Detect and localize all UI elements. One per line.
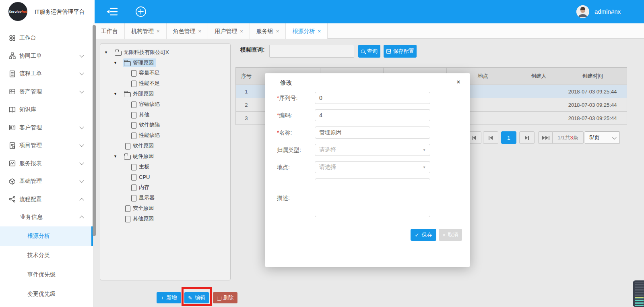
tab-close-icon[interactable]: × (157, 28, 160, 34)
code-input[interactable] (315, 109, 430, 121)
current-page-button[interactable]: 1 (501, 131, 516, 144)
tree-node[interactable]: ▼ 其他原因 (100, 214, 230, 224)
next-page-icon (525, 136, 528, 140)
caret-down-icon[interactable]: ▼ (114, 92, 123, 96)
tree-node-icon (130, 112, 139, 118)
tab-root-cause-analysis[interactable]: 根源分析× (286, 23, 328, 39)
menu-fold-icon[interactable] (107, 7, 118, 17)
sidebar-item-process-orders[interactable]: 流程工单 (0, 65, 93, 83)
next-page-button[interactable] (519, 131, 535, 144)
tree-node[interactable]: ▼ 内存 (100, 182, 230, 193)
sidebar-item-collab-orders[interactable]: 协同工单 (0, 47, 93, 65)
edit-button[interactable]: ✎ 编辑 (184, 292, 209, 303)
tree-node-content[interactable]: 硬件原因 (123, 152, 156, 161)
last-page-button[interactable] (538, 131, 553, 144)
modal-cancel-label: 取消 (448, 231, 458, 239)
sidebar-item-workbench[interactable]: 工作台 (0, 29, 93, 47)
sidebar-item-tech-category[interactable]: 技术分类 (0, 246, 93, 265)
sidebar-item-asset-management[interactable]: 资产管理 (0, 83, 93, 101)
tree-node[interactable]: ▼ 无限科技有限公司X (100, 47, 230, 58)
tree-node[interactable]: ▼ 显示器 (100, 193, 230, 203)
tree-node-content[interactable]: 显示器 (129, 193, 157, 202)
add-button[interactable]: + 新增 (157, 292, 181, 303)
delete-button[interactable]: 删除 (213, 292, 237, 303)
tab-close-icon[interactable]: × (198, 28, 202, 34)
sidebar-item-basic-management[interactable]: 基础管理 (0, 172, 93, 191)
add-tab-icon[interactable] (135, 6, 147, 17)
sidebar-item-change-priority[interactable]: 变更优先级 (0, 284, 93, 304)
sidebar-item-process-config[interactable]: 流程配置 (0, 191, 93, 209)
tree-node-content[interactable]: 管理原因 (123, 58, 156, 67)
tab-user-management[interactable]: 用户管理× (208, 23, 250, 39)
search-button[interactable]: 查询 (358, 45, 380, 58)
sidebar-item-service-reports[interactable]: 服务报表 (0, 155, 93, 173)
user-avatar[interactable] (576, 5, 589, 18)
caret-down-icon[interactable]: ▼ (104, 50, 114, 54)
tree-node-content[interactable]: 容量不足 (129, 68, 162, 77)
tab-close-icon[interactable]: × (276, 28, 279, 34)
tree-node-content[interactable]: 外部原因 (123, 89, 156, 98)
tree-node[interactable]: ▼ 软件原因 (100, 141, 230, 151)
name-input[interactable] (315, 127, 430, 139)
tree-node[interactable]: ▼ CPU (100, 172, 230, 183)
tree-node[interactable]: ▼ 性能缺陷 (100, 130, 230, 141)
tab-workbench[interactable]: 工作台 (95, 23, 125, 39)
tab-org-management[interactable]: 机构管理× (125, 23, 167, 39)
modal-cancel-button[interactable]: × 取消 (439, 229, 462, 241)
tree-node-content[interactable]: 安全原因 (123, 204, 156, 213)
tree-node-content[interactable]: 性能不足 (129, 79, 162, 88)
sidebar-item-business-info[interactable]: 业务信息 (0, 208, 93, 226)
tree-node-content[interactable]: 内存 (129, 183, 152, 192)
tree-node[interactable]: ▼ 容量不足 (100, 68, 230, 79)
tree-node[interactable]: ▼ 外部原因 (100, 89, 230, 99)
close-icon[interactable]: × (456, 78, 460, 86)
sidebar-item-knowledge-base[interactable]: 知识库 (0, 101, 93, 119)
tree-node-content[interactable]: 其他 (129, 110, 152, 119)
location-label: 地点: (277, 164, 290, 170)
sidebar-item-incident-priority[interactable]: 事件优先级 (0, 265, 93, 284)
sidebar-item-root-cause-analysis[interactable]: 根源分析 (0, 226, 93, 246)
tree-node[interactable]: ▼ 硬件原因 (100, 151, 230, 162)
caret-down-icon[interactable]: ▼ (114, 61, 123, 65)
sidebar-item-label: 事件优先级 (27, 271, 56, 278)
username[interactable]: admin#nx (594, 0, 621, 23)
tree-node-content[interactable]: CPU (129, 173, 152, 181)
tree-node-icon (130, 80, 139, 87)
tree-node-content[interactable]: 软件缺陷 (129, 120, 162, 129)
tree-node-content[interactable]: 无限科技有限公司X (114, 48, 171, 57)
prev-page-button[interactable] (483, 131, 498, 144)
field-label: 序列号: (279, 95, 297, 101)
tree-node-icon (124, 143, 133, 149)
tree-node-content[interactable]: 软件原因 (123, 141, 156, 150)
tree-node[interactable]: ▼ 性能不足 (100, 78, 230, 89)
modal-save-button[interactable]: ✓ 保存 (411, 229, 436, 241)
summary-suffix: 条 (573, 134, 578, 141)
sidebar-item-project-management[interactable]: 项目管理 (0, 137, 93, 155)
tree-node[interactable]: ▼ 管理原因 (100, 58, 230, 68)
tree-node-content[interactable]: 主板 (129, 162, 152, 171)
description-textarea[interactable] (315, 178, 430, 217)
sidebar-scrollbar[interactable] (93, 25, 96, 236)
trash-icon (217, 296, 221, 300)
tab-role-management[interactable]: 角色管理× (167, 23, 208, 39)
sidebar-item-customer-management[interactable]: 客户管理 (0, 119, 93, 137)
page-size-select[interactable]: 5/页 (585, 131, 620, 144)
tree-node[interactable]: ▼ 安全原因 (100, 203, 230, 214)
tree-node-content[interactable]: 容错缺陷 (129, 100, 162, 109)
location-select[interactable]: 请选择 ▼ (315, 161, 430, 173)
save-config-button[interactable]: 保存配置 (384, 45, 417, 58)
type-select[interactable]: 请选择 ▼ (315, 144, 430, 156)
caret-down-icon[interactable]: ▼ (114, 154, 123, 158)
serial-input[interactable] (315, 92, 430, 104)
tab-close-icon[interactable]: × (240, 28, 243, 34)
tree-node[interactable]: ▼ 主板 (100, 162, 230, 172)
tree-node-content[interactable]: 其他原因 (123, 214, 156, 223)
tree-node[interactable]: ▼ 容错缺陷 (100, 99, 230, 110)
tree-node[interactable]: ▼ 软件缺陷 (100, 120, 230, 131)
tree-node-content[interactable]: 性能缺陷 (129, 131, 162, 140)
tab-service-group[interactable]: 服务组× (250, 23, 286, 39)
tree-node[interactable]: ▼ 其他 (100, 110, 230, 120)
fuzzy-query-input[interactable] (269, 45, 354, 58)
sidebar-item-label: 技术分类 (27, 252, 50, 259)
tab-close-icon[interactable]: × (318, 28, 321, 34)
